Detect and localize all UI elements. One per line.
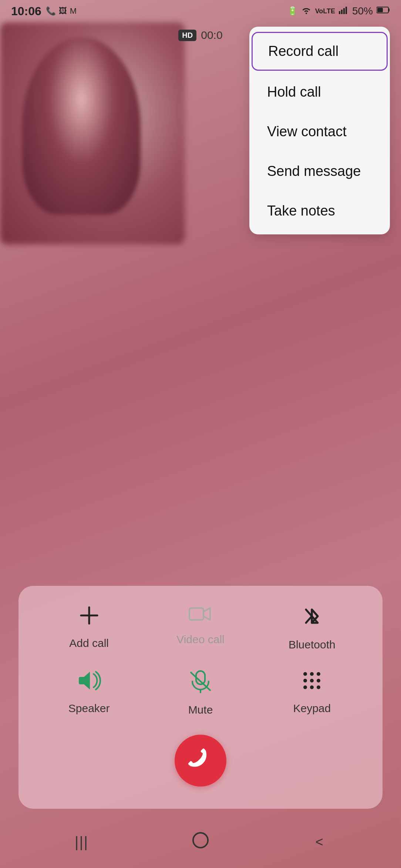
status-left: 10:06 📞 🖼 M bbox=[11, 4, 77, 18]
menu-item-take-notes[interactable]: Take notes bbox=[249, 191, 390, 231]
back-button[interactable]: < bbox=[304, 827, 334, 857]
svg-point-14 bbox=[310, 672, 314, 676]
nav-bar: ||| < bbox=[0, 816, 401, 868]
recent-apps-icon: ||| bbox=[75, 834, 88, 851]
video-call-button[interactable]: Video call bbox=[175, 604, 226, 646]
bluetooth-button[interactable]: Bluetooth bbox=[286, 604, 338, 651]
speaker-button[interactable]: Speaker bbox=[63, 670, 115, 715]
speaker-label: Speaker bbox=[68, 702, 110, 715]
svg-rect-0 bbox=[339, 11, 340, 14]
menu-item-send-message[interactable]: Send message bbox=[249, 151, 390, 191]
svg-rect-1 bbox=[341, 10, 343, 14]
mail-icon: M bbox=[70, 6, 77, 16]
battery-percent: 50% bbox=[352, 5, 373, 17]
video-icon bbox=[189, 604, 212, 627]
controls-row-1: Add call Video call Bluetooth bbox=[33, 604, 368, 651]
battery-icon bbox=[377, 6, 390, 16]
status-time: 10:06 bbox=[11, 4, 41, 18]
end-call-row bbox=[33, 735, 368, 787]
end-call-button[interactable] bbox=[175, 735, 226, 787]
battery-saver-icon: 🔋 bbox=[287, 6, 297, 16]
svg-rect-5 bbox=[388, 9, 390, 11]
bluetooth-label: Bluetooth bbox=[289, 638, 336, 651]
mute-icon bbox=[189, 670, 212, 697]
svg-rect-9 bbox=[189, 608, 203, 620]
svg-point-13 bbox=[303, 672, 307, 676]
photo-icon: 🖼 bbox=[59, 6, 67, 16]
phone-icon: 📞 bbox=[46, 6, 56, 16]
controls-row-2: Speaker Mute bbox=[33, 670, 368, 716]
svg-point-17 bbox=[310, 679, 314, 682]
recent-apps-button[interactable]: ||| bbox=[67, 827, 97, 857]
video-call-label: Video call bbox=[176, 633, 225, 646]
svg-rect-24 bbox=[193, 833, 208, 848]
status-bar: 10:06 📞 🖼 M 🔋 VoLTE 50% bbox=[0, 0, 401, 22]
svg-point-16 bbox=[303, 679, 307, 682]
svg-rect-3 bbox=[346, 7, 347, 14]
menu-item-view-contact[interactable]: View contact bbox=[249, 112, 390, 151]
hd-badge: HD bbox=[178, 30, 196, 41]
keypad-icon bbox=[301, 670, 323, 695]
call-timer: 00:0 bbox=[201, 29, 222, 41]
keypad-label: Keypad bbox=[293, 702, 331, 715]
back-icon: < bbox=[316, 834, 323, 850]
status-right: 🔋 VoLTE 50% bbox=[287, 5, 390, 17]
svg-rect-6 bbox=[377, 8, 383, 12]
volte-icon: VoLTE bbox=[315, 7, 335, 15]
add-call-button[interactable]: Add call bbox=[63, 604, 115, 650]
menu-item-record-call[interactable]: Record call bbox=[252, 32, 388, 71]
svg-point-18 bbox=[317, 679, 320, 682]
plus-icon bbox=[78, 604, 100, 630]
end-call-icon bbox=[182, 742, 219, 779]
svg-line-12 bbox=[191, 672, 210, 690]
speaker-icon bbox=[77, 670, 101, 695]
mute-label: Mute bbox=[188, 704, 213, 716]
svg-point-15 bbox=[317, 672, 320, 676]
home-button[interactable] bbox=[186, 827, 215, 857]
wifi-icon bbox=[301, 6, 311, 16]
add-call-label: Add call bbox=[69, 637, 109, 650]
bluetooth-icon bbox=[302, 604, 321, 632]
home-icon bbox=[191, 831, 210, 854]
menu-item-hold-call[interactable]: Hold call bbox=[249, 72, 390, 112]
signal-icon bbox=[339, 6, 348, 16]
svg-point-19 bbox=[303, 685, 307, 689]
keypad-button[interactable]: Keypad bbox=[286, 670, 338, 715]
status-icons: 📞 🖼 M bbox=[46, 6, 77, 16]
contact-photo-inner bbox=[22, 37, 141, 215]
svg-rect-2 bbox=[343, 8, 345, 14]
mute-button[interactable]: Mute bbox=[175, 670, 226, 716]
svg-point-21 bbox=[317, 685, 320, 689]
dropdown-menu: Record call Hold call View contact Send … bbox=[249, 27, 390, 234]
svg-point-20 bbox=[310, 685, 314, 689]
call-controls-panel: Add call Video call Bluetooth Speaker bbox=[18, 586, 383, 809]
